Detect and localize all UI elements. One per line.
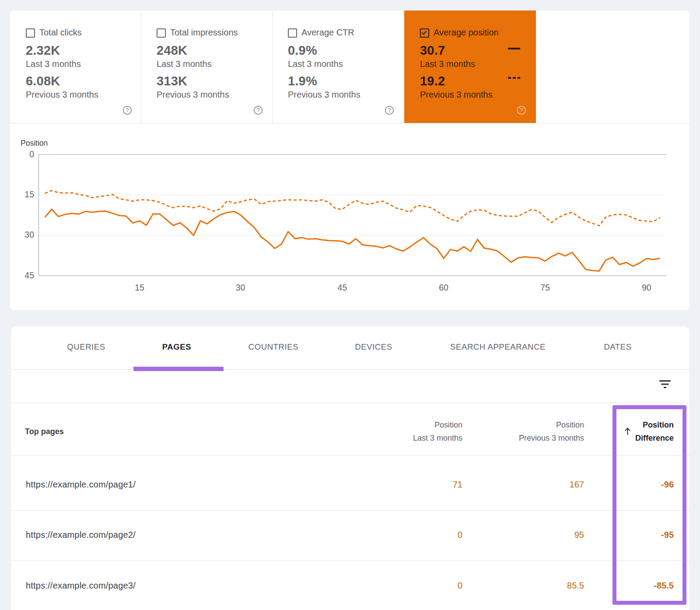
svg-text:90: 90	[642, 283, 651, 292]
svg-text:?: ?	[126, 107, 129, 113]
svg-text:45: 45	[338, 283, 347, 292]
svg-text:?: ?	[256, 107, 260, 113]
svg-text:15: 15	[135, 283, 144, 292]
svg-text:0: 0	[29, 149, 34, 159]
svg-text:45: 45	[24, 270, 34, 280]
svg-text:?: ?	[388, 107, 391, 113]
svg-text:?: ?	[520, 107, 523, 113]
svg-text:30: 30	[24, 230, 34, 239]
svg-text:15: 15	[24, 189, 34, 199]
svg-text:Position: Position	[21, 139, 48, 147]
svg-text:75: 75	[540, 283, 550, 292]
svg-text:30: 30	[236, 283, 245, 292]
svg-text:60: 60	[439, 283, 448, 292]
